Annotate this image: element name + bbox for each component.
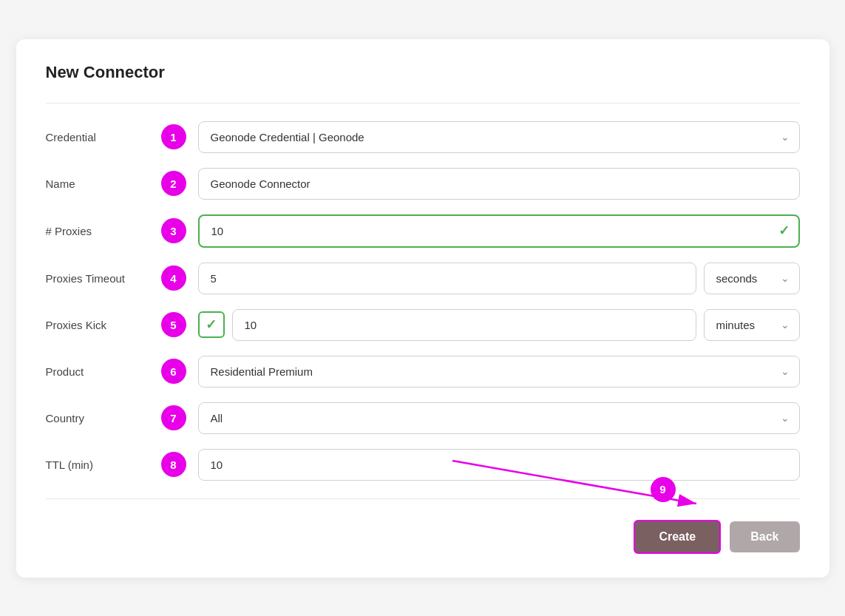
step-badge-3: 3 xyxy=(161,218,186,243)
country-select[interactable]: All xyxy=(198,402,800,434)
page-title: New Connector xyxy=(46,63,800,82)
proxies-row: # Proxies 3 ✓ xyxy=(46,214,800,248)
step-badge-1: 1 xyxy=(161,124,186,149)
product-row: Product 6 Residential Premium ⌄ xyxy=(46,356,800,387)
ttl-label: TTL (min) xyxy=(46,458,149,471)
create-button[interactable]: Create xyxy=(634,520,721,554)
product-select-wrapper: Residential Premium ⌄ xyxy=(198,356,800,387)
proxies-kick-checkbox[interactable]: ✓ xyxy=(198,311,225,338)
back-button[interactable]: Back xyxy=(730,521,799,552)
step-badge-7: 7 xyxy=(161,405,186,430)
step-badge-9: 9 xyxy=(651,477,676,502)
step-badge-5: 5 xyxy=(161,312,186,337)
name-row: Name 2 xyxy=(46,168,800,200)
proxies-kick-input-group: ✓ minutes seconds hours ⌄ xyxy=(198,309,800,341)
new-connector-card: New Connector Credential 1 Geonode Crede… xyxy=(16,39,829,578)
country-row: Country 7 All ⌄ xyxy=(46,402,800,434)
product-select[interactable]: Residential Premium xyxy=(198,356,800,387)
proxies-kick-label: Proxies Kick xyxy=(46,319,149,331)
proxies-input-wrapper: ✓ xyxy=(198,214,800,248)
step-badge-4: 4 xyxy=(161,265,186,291)
proxies-timeout-input[interactable] xyxy=(198,263,696,294)
proxies-timeout-label: Proxies Timeout xyxy=(46,272,149,285)
proxies-kick-unit-wrapper: minutes seconds hours ⌄ xyxy=(704,309,800,341)
ttl-input[interactable] xyxy=(198,449,800,481)
ttl-row: TTL (min) 8 xyxy=(46,449,800,481)
name-label: Name xyxy=(46,177,149,190)
proxies-timeout-unit-select[interactable]: seconds minutes hours xyxy=(704,263,800,294)
credential-label: Credential xyxy=(46,131,149,143)
proxies-kick-check-icon: ✓ xyxy=(206,317,217,333)
proxies-kick-input[interactable] xyxy=(232,309,696,341)
credential-select[interactable]: Geonode Credential | Geonode xyxy=(198,121,800,153)
step-badge-8: 8 xyxy=(161,452,186,477)
country-select-wrapper: All ⌄ xyxy=(198,402,800,434)
proxies-timeout-row: Proxies Timeout 4 seconds minutes hours … xyxy=(46,263,800,294)
proxies-timeout-input-group: seconds minutes hours ⌄ xyxy=(198,263,800,294)
proxies-kick-unit-select[interactable]: minutes seconds hours xyxy=(704,309,800,341)
proxies-label: # Proxies xyxy=(46,225,149,237)
footer-row: Create Back xyxy=(46,514,800,554)
top-divider xyxy=(46,103,800,104)
step-badge-2: 2 xyxy=(161,171,186,196)
name-input[interactable] xyxy=(198,168,800,200)
credential-select-wrapper: Geonode Credential | Geonode ⌄ xyxy=(198,121,800,153)
proxies-input[interactable] xyxy=(198,214,800,248)
credential-row: Credential 1 Geonode Credential | Geonod… xyxy=(46,121,800,153)
proxies-kick-row: Proxies Kick 5 ✓ minutes seconds hours ⌄ xyxy=(46,309,800,341)
bottom-divider xyxy=(46,498,800,499)
footer-annotation-container: 9 Create Back xyxy=(46,514,800,554)
step-badge-6: 6 xyxy=(161,359,186,384)
country-label: Country xyxy=(46,412,149,424)
proxies-timeout-unit-wrapper: seconds minutes hours ⌄ xyxy=(704,263,800,294)
proxies-check-icon: ✓ xyxy=(778,223,790,239)
product-label: Product xyxy=(46,365,149,378)
